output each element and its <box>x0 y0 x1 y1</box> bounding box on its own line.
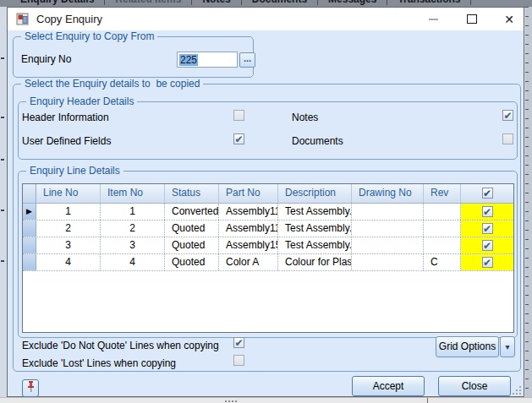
grid-cell-drawing-no[interactable] <box>352 237 424 253</box>
background-tab: Transactions <box>387 0 471 5</box>
column-header-drawing-no[interactable]: Drawing No <box>352 184 424 203</box>
row-selector[interactable] <box>23 237 36 253</box>
notes-checkbox[interactable]: ✔ <box>502 110 513 121</box>
column-header-description[interactable]: Description <box>278 184 352 203</box>
background-right-edge <box>525 7 532 397</box>
minimize-button <box>420 8 446 30</box>
select-all-checkbox[interactable]: ✔ <box>482 188 493 199</box>
grid-cell-rev[interactable] <box>424 237 461 253</box>
dialog-content: Select Enquiry to Copy From Enquiry No 2… <box>8 30 524 397</box>
grid-cell-line-no[interactable]: 3 <box>36 237 101 253</box>
documents-checkbox[interactable] <box>502 133 513 144</box>
grid-cell-line-no[interactable]: 2 <box>36 221 101 237</box>
grid-row[interactable]: ▶11ConvertedAssembly11Test Assembly...✔ <box>23 204 513 221</box>
enquiry-browse-button[interactable]: ... <box>239 52 255 68</box>
grid-options-button[interactable]: Grid Options <box>436 336 499 357</box>
minimize-icon <box>429 19 438 20</box>
copy-enquiry-dialog: Copy Enquiry ✕ Select Enquiry to Copy Fr… <box>7 7 524 397</box>
grid-cell-status[interactable]: Converted <box>165 204 219 220</box>
row-selector[interactable] <box>23 221 36 237</box>
grid-cell-status[interactable]: Quoted <box>165 237 219 253</box>
column-header-status[interactable]: Status <box>165 184 219 203</box>
grid-cell-drawing-no[interactable] <box>352 204 424 220</box>
header-information-label: Header Information <box>22 112 109 123</box>
grid-cell-description[interactable]: Test Assembly... <box>278 204 352 220</box>
grid-cell-item-no[interactable]: 2 <box>101 221 165 237</box>
grid-cell-drawing-no[interactable] <box>352 221 424 237</box>
pin-button[interactable] <box>22 379 39 397</box>
accept-button[interactable]: Accept <box>352 376 425 396</box>
grid-cell-copy-select[interactable]: ✔ <box>461 221 514 237</box>
grid-row[interactable]: 33QuotedAssembly15Test Assembly...✔ <box>23 237 513 254</box>
grid-cell-rev[interactable] <box>424 204 461 220</box>
enquiry-header-details-group: Enquiry Header Details <box>18 101 518 160</box>
background-tab: Enquiry Details <box>10 0 105 5</box>
grid-cell-part-no[interactable]: Assembly15 <box>219 237 278 253</box>
row-selector-header[interactable] <box>23 184 36 203</box>
close-button[interactable]: ✕ <box>496 8 522 30</box>
maximize-icon <box>467 14 477 24</box>
group-title: Enquiry Line Details <box>26 165 123 177</box>
grid-cell-status[interactable]: Quoted <box>165 221 219 237</box>
grid-cell-item-no[interactable]: 4 <box>101 254 165 270</box>
grid-cell-item-no[interactable]: 1 <box>101 204 165 220</box>
grid-row[interactable]: 44QuotedColor AColour for Plas...C✔ <box>23 254 513 271</box>
grid-cell-item-no[interactable]: 3 <box>101 237 165 253</box>
row-selector[interactable] <box>23 254 36 270</box>
header-information-checkbox[interactable] <box>233 110 244 121</box>
titlebar[interactable]: Copy Enquiry ✕ <box>8 8 524 30</box>
grid-options-dropdown-button[interactable]: ▾ <box>500 336 515 357</box>
grid-cell-part-no[interactable]: Color A <box>219 254 278 270</box>
row-select-checkbox[interactable]: ✔ <box>482 223 493 234</box>
exclude-lost-label: Exclude 'Lost' Lines when copying <box>22 357 176 369</box>
row-selector[interactable]: ▶ <box>23 204 36 220</box>
column-header-rev[interactable]: Rev <box>424 184 461 203</box>
user-defined-fields-checkbox[interactable]: ✔ <box>233 133 244 144</box>
grid-cell-part-no[interactable]: Assembly11 <box>219 221 278 237</box>
maximize-button[interactable] <box>459 8 485 30</box>
grid-cell-copy-select[interactable]: ✔ <box>461 204 514 220</box>
column-header-line-no[interactable]: Line No <box>36 184 101 203</box>
close-dialog-button[interactable]: Close <box>438 376 511 396</box>
grid-cell-description[interactable]: Colour for Plas... <box>278 254 352 270</box>
enquiry-no-value: 225 <box>179 54 198 66</box>
grid-cell-description[interactable]: Test Assembly... <box>278 221 352 237</box>
enquiry-no-label: Enquiry No <box>21 53 71 65</box>
exclude-do-not-quote-checkbox[interactable]: ✔ <box>233 337 244 348</box>
group-title: Select the Enquiry details to be copied <box>21 78 203 90</box>
column-header-item-no[interactable]: Item No <box>101 184 165 203</box>
group-title: Enquiry Header Details <box>26 95 137 107</box>
grid-cell-description[interactable]: Test Assembly... <box>278 237 352 253</box>
grid-cell-drawing-no[interactable] <box>352 254 424 270</box>
group-title: Select Enquiry to Copy From <box>21 30 157 42</box>
app-icon <box>16 13 29 25</box>
grid-cell-rev[interactable]: C <box>424 254 461 270</box>
notes-label: Notes <box>292 112 318 123</box>
grid-row[interactable]: 22QuotedAssembly11Test Assembly...✔ <box>23 221 513 237</box>
enquiry-no-input[interactable]: 225 <box>177 52 238 68</box>
row-select-checkbox[interactable]: ✔ <box>482 257 493 268</box>
grid-cell-line-no[interactable]: 1 <box>36 204 101 220</box>
chevron-down-icon: ▾ <box>505 342 509 351</box>
background-tab: Messages <box>318 0 387 5</box>
row-select-checkbox[interactable]: ✔ <box>482 240 493 251</box>
dialog-title: Copy Enquiry <box>36 13 102 25</box>
select-all-column-header[interactable]: ✔ <box>461 184 514 203</box>
documents-label: Documents <box>292 135 343 147</box>
background-bottom-strip <box>0 397 532 403</box>
splitter-handle[interactable] <box>225 400 227 402</box>
background-tab: Notes <box>192 0 241 5</box>
resize-grip[interactable] <box>519 393 521 395</box>
grid-cell-rev[interactable] <box>424 221 461 237</box>
row-select-checkbox[interactable]: ✔ <box>482 206 493 217</box>
grid-header-row: Line NoItem NoStatusPart NoDescriptionDr… <box>23 184 513 204</box>
grid-cell-part-no[interactable]: Assembly11 <box>219 204 278 220</box>
grid-cell-copy-select[interactable]: ✔ <box>461 254 514 270</box>
grid-cell-copy-select[interactable]: ✔ <box>461 237 514 253</box>
enquiry-lines-grid[interactable]: Line NoItem NoStatusPart NoDescriptionDr… <box>22 183 514 333</box>
column-header-part-no[interactable]: Part No <box>219 184 278 203</box>
grid-cell-line-no[interactable]: 4 <box>36 254 101 270</box>
exclude-lost-checkbox[interactable] <box>233 355 244 366</box>
pushpin-icon <box>25 380 36 393</box>
grid-cell-status[interactable]: Quoted <box>165 254 219 270</box>
